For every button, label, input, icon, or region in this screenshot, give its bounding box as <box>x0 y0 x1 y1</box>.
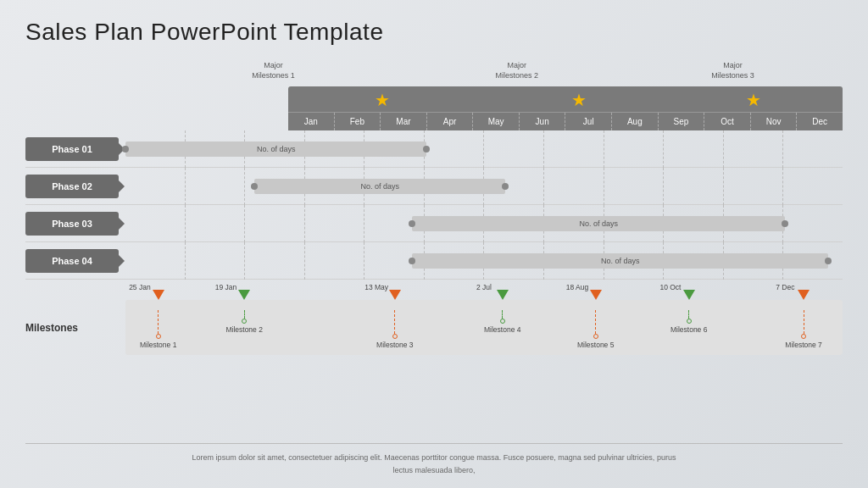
bar-dot-right-03 <box>782 220 788 227</box>
milestone-marker-6: 10 Oct Milestone 6 <box>670 300 707 334</box>
phase-label-01: Phase 01 <box>25 137 119 161</box>
milestone-arrow-7 <box>798 290 810 300</box>
phase-bar-area-01: No. of days <box>125 130 843 168</box>
bar-dot-right-04 <box>825 258 832 264</box>
bar-dot-left-04 <box>409 258 415 264</box>
month-dec: Dec <box>797 113 843 130</box>
month-oct: Oct <box>704 113 751 130</box>
milestone-marker-7: 7 Dec Milestone 7 <box>785 300 821 349</box>
footer-text: Lorem ipsum dolor sit amet, consectetuer… <box>25 452 843 476</box>
milestone-arrow-4 <box>497 290 509 300</box>
milestone-arrow-6 <box>683 290 695 300</box>
slide: Sales Plan PowerPoint Template MajorMile… <box>0 0 868 488</box>
month-aug: Aug <box>612 113 659 130</box>
phase-bar-01: No. of days <box>125 141 426 157</box>
footer-divider <box>25 443 843 444</box>
month-jul: Jul <box>565 113 612 130</box>
milestones-bar-area: 25 Jan Milestone 1 19 Jan Milestone 2 <box>125 300 843 355</box>
phase-label-02: Phase 02 <box>25 175 119 198</box>
milestone-marker-3: 13 May Milestone 3 <box>376 300 413 349</box>
phase-bar-02: No. of days <box>254 179 505 194</box>
milestone-marker-5: 18 Aug Milestone 5 <box>577 300 614 349</box>
milestone-marker-2: 19 Jan Milestone 2 <box>225 300 262 334</box>
milestone-marker-4: 2 Jul Milestone 4 <box>484 300 520 334</box>
bar-dot-left-03 <box>409 220 415 227</box>
month-nov: Nov <box>751 113 798 130</box>
milestones-label: Milestones <box>25 283 119 355</box>
milestone-header-1: MajorMilestones 1 <box>252 61 295 80</box>
gantt-area: MajorMilestones 1 MajorMilestones 2 Majo… <box>25 61 843 355</box>
milestone-header-2: MajorMilestones 2 <box>495 61 538 80</box>
milestone-arrow-5 <box>590 290 602 300</box>
bar-dot-left-02 <box>251 183 258 190</box>
page-title: Sales Plan PowerPoint Template <box>25 19 843 46</box>
milestone-marker-1: 25 Jan Milestone 1 <box>140 300 176 349</box>
phase-label-04: Phase 04 <box>25 249 119 273</box>
phase-bar-area-03: No. of days <box>125 205 843 242</box>
month-mar: Mar <box>381 113 427 130</box>
phase-row-03: Phase 03 No. of days <box>25 205 843 242</box>
month-jun: Jun <box>520 113 566 130</box>
phase-bar-03: No. of days <box>412 216 785 231</box>
star-marker-1: ★ <box>375 90 390 110</box>
milestone-arrow-2 <box>238 290 250 300</box>
month-may: May <box>473 113 520 130</box>
phase-bar-area-04: No. of days <box>125 242 843 280</box>
star-marker-2: ★ <box>571 90 587 110</box>
bar-dot-right-02 <box>502 183 509 190</box>
star-marker-3: ★ <box>746 90 761 110</box>
phase-label-03: Phase 03 <box>25 212 119 236</box>
phase-row-04: Phase 04 No. of days <box>25 242 843 280</box>
month-apr: Apr <box>427 113 474 130</box>
milestone-arrow-3 <box>389 290 401 300</box>
month-feb: Feb <box>335 113 381 130</box>
phase-row-01: Phase 01 No. of days <box>25 130 843 168</box>
milestones-section: Milestones 25 Jan Milestone 1 19 Jan Mil <box>25 283 843 355</box>
milestone-header-3: MajorMilestones 3 <box>711 61 754 80</box>
month-jan: Jan <box>288 113 335 130</box>
phase-row-02: Phase 02 No. of days <box>25 168 843 205</box>
month-sep: Sep <box>659 113 705 130</box>
bar-dot-right-01 <box>423 146 430 152</box>
phase-bar-area-02: No. of days <box>125 168 843 205</box>
phase-bar-04: No. of days <box>412 253 828 269</box>
month-labels-row: Jan Feb Mar Apr May Jun Jul Aug Sep Oct … <box>288 112 843 130</box>
bar-dot-left-01 <box>122 146 129 152</box>
milestone-arrow-1 <box>153 290 164 300</box>
